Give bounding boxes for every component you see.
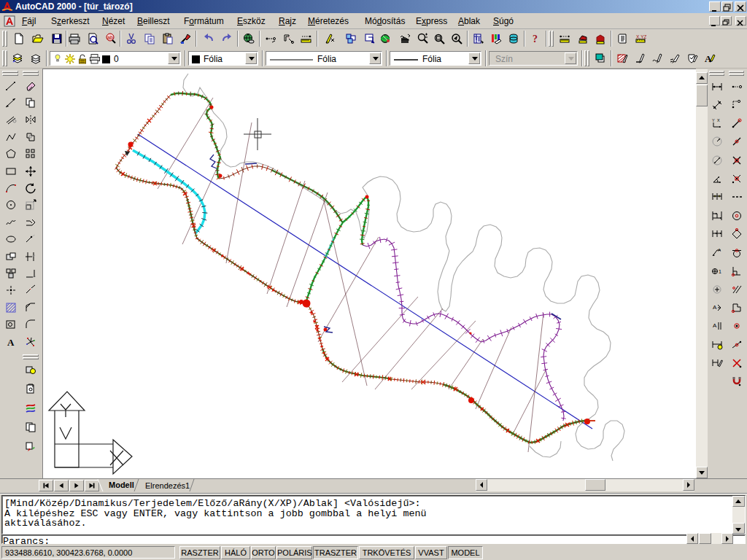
svg-text:A: A <box>713 322 717 329</box>
svg-text:X,YZ: X,YZ <box>636 34 646 39</box>
svg-text:1: 1 <box>719 269 721 274</box>
svg-text:?: ? <box>533 34 538 44</box>
svg-text:A: A <box>7 337 15 348</box>
svg-text:ab: ab <box>107 35 113 40</box>
svg-text:A: A <box>705 53 712 64</box>
svg-text:A: A <box>718 248 721 252</box>
svg-text:A: A <box>713 304 717 311</box>
svg-text:Y: Y <box>712 118 715 122</box>
svg-text:X: X <box>717 118 720 122</box>
